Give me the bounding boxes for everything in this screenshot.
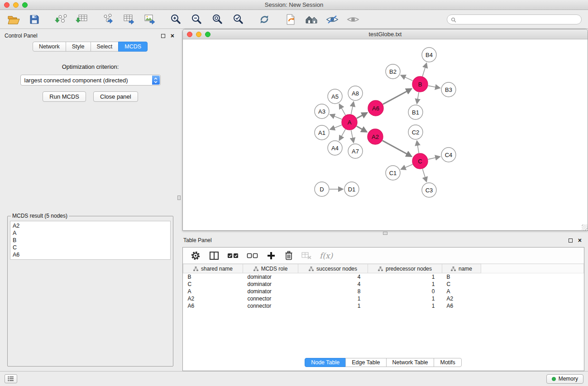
table-cell[interactable]: 8: [298, 288, 368, 295]
table-row-A6[interactable]: A6connector11A6: [183, 302, 584, 310]
network-node-B[interactable]: B: [412, 76, 428, 92]
tab-network-table[interactable]: Network Table: [386, 358, 435, 367]
network-edge-A-A6[interactable]: [357, 113, 367, 118]
network-node-B2[interactable]: B2: [386, 64, 400, 79]
tab-style[interactable]: Style: [66, 42, 91, 52]
network-node-A[interactable]: A: [342, 114, 357, 130]
split-pane-vertical-handle[interactable]: [177, 195, 181, 200]
column-header-predecessor-nodes[interactable]: predecessor nodes: [368, 264, 442, 273]
table-cell[interactable]: B: [442, 273, 481, 281]
network-edge-C-C1[interactable]: [401, 164, 412, 169]
network-edge-A-A8[interactable]: [351, 102, 354, 114]
table-cell[interactable]: 1: [368, 273, 442, 281]
table-cell[interactable]: C: [183, 281, 243, 288]
optimization-criterion-dropdown[interactable]: largest connected component (directed): [20, 75, 161, 86]
table-cell[interactable]: 4: [298, 273, 368, 281]
split-pane-horizontal-handle[interactable]: [383, 232, 387, 235]
network-edge-A2-C[interactable]: [382, 141, 411, 157]
delete-table-button[interactable]: [301, 252, 312, 260]
network-edge-A-A5[interactable]: [339, 104, 345, 115]
close-panel-button[interactable]: Close panel: [93, 91, 138, 102]
network-edge-A-A2[interactable]: [357, 126, 367, 132]
network-edge-A-A3[interactable]: [330, 114, 342, 119]
network-edge-A-A1[interactable]: [330, 125, 342, 129]
table-cell[interactable]: A: [442, 288, 481, 295]
run-mcds-button[interactable]: Run MCDS: [43, 91, 86, 102]
table-row-C[interactable]: Cdominator41C: [183, 281, 584, 288]
network-node-C4[interactable]: C4: [441, 148, 456, 162]
network-node-A5[interactable]: A5: [328, 89, 342, 104]
network-edge-B-B4[interactable]: [422, 63, 426, 76]
table-cell[interactable]: [481, 302, 584, 310]
save-session-button[interactable]: [27, 12, 42, 27]
deselect-all-button[interactable]: [247, 252, 258, 260]
column-header-successor-nodes[interactable]: successor nodes: [298, 264, 368, 273]
table-cell[interactable]: 0: [368, 288, 442, 295]
import-table-button[interactable]: [74, 12, 89, 27]
network-node-A6[interactable]: A6: [368, 100, 383, 116]
network-node-A4[interactable]: A4: [328, 141, 342, 155]
network-node-A3[interactable]: A3: [315, 104, 329, 119]
network-node-C[interactable]: C: [412, 153, 428, 169]
network-node-C1[interactable]: C1: [386, 166, 400, 180]
network-node-A7[interactable]: A7: [348, 144, 363, 158]
zoom-fit-button[interactable]: [210, 12, 225, 27]
tab-select[interactable]: Select: [91, 42, 119, 52]
close-window-button[interactable]: [4, 2, 10, 8]
show-columns-button[interactable]: [209, 251, 220, 261]
close-table-panel-icon[interactable]: ×: [578, 238, 582, 243]
export-image-button[interactable]: [142, 12, 157, 27]
tab-node-table[interactable]: Node Table: [305, 358, 346, 367]
table-cell[interactable]: 1: [298, 302, 368, 310]
table-cell[interactable]: connector: [243, 295, 298, 302]
table-cell[interactable]: dominator: [243, 281, 298, 288]
column-header-shared-name[interactable]: shared name: [183, 264, 243, 273]
zoom-in-button[interactable]: [168, 12, 183, 27]
table-cell[interactable]: B: [183, 273, 243, 281]
function-builder-button[interactable]: f(x): [320, 251, 333, 260]
delete-row-button[interactable]: [284, 251, 294, 260]
network-graph[interactable]: AA1A2A3A4A5A6A7A8BB1B2B3B4CC1C2C3C4DD1: [183, 39, 588, 230]
network-node-A8[interactable]: A8: [348, 86, 363, 100]
add-row-button[interactable]: [266, 252, 276, 260]
zoom-selected-button[interactable]: [231, 12, 245, 27]
network-node-C3[interactable]: C3: [422, 183, 436, 197]
table-cell[interactable]: connector: [243, 302, 298, 310]
split-pane-horizontal-divider[interactable]: [182, 231, 588, 236]
network-node-A2[interactable]: A2: [368, 129, 383, 144]
table-cell[interactable]: C: [442, 281, 481, 288]
zoom-window-button[interactable]: [22, 2, 28, 8]
table-cell[interactable]: [481, 273, 584, 281]
task-history-button[interactable]: [5, 374, 17, 383]
table-cell[interactable]: A6: [442, 302, 481, 310]
network-canvas[interactable]: AA1A2A3A4A5A6A7A8BB1B2B3B4CC1C2C3C4DD1: [183, 39, 588, 230]
mcds-result-item[interactable]: C: [13, 244, 168, 251]
network-node-B4[interactable]: B4: [422, 48, 436, 62]
table-row-A[interactable]: Adominator80A: [183, 288, 584, 295]
table-cell[interactable]: [481, 288, 584, 295]
close-panel-icon[interactable]: ×: [171, 33, 174, 38]
table-row-B[interactable]: Bdominator41B: [183, 273, 584, 281]
network-node-A1[interactable]: A1: [315, 125, 329, 140]
network-edge-A-A4[interactable]: [339, 129, 345, 140]
network-close-button[interactable]: [187, 32, 192, 37]
network-node-D1[interactable]: D1: [344, 182, 359, 196]
network-minimize-button[interactable]: [196, 32, 201, 37]
mcds-result-item[interactable]: A2: [13, 222, 168, 229]
float-panel-icon[interactable]: [161, 34, 165, 38]
minimize-window-button[interactable]: [13, 2, 19, 8]
select-all-button[interactable]: [227, 252, 239, 260]
table-cell[interactable]: dominator: [243, 273, 298, 281]
table-cell[interactable]: A6: [183, 302, 243, 310]
table-settings-button[interactable]: [190, 250, 201, 261]
tab-motifs[interactable]: Motifs: [434, 358, 461, 367]
network-report-button[interactable]: [283, 12, 298, 27]
table-cell[interactable]: A2: [183, 295, 243, 302]
table-cell[interactable]: 1: [368, 281, 442, 288]
network-node-D[interactable]: D: [315, 182, 329, 196]
search-input[interactable]: [447, 14, 582, 24]
open-session-button[interactable]: [6, 12, 21, 27]
resize-grip[interactable]: [582, 224, 588, 230]
table-cell[interactable]: 1: [368, 302, 442, 310]
table-cell[interactable]: A2: [442, 295, 481, 302]
